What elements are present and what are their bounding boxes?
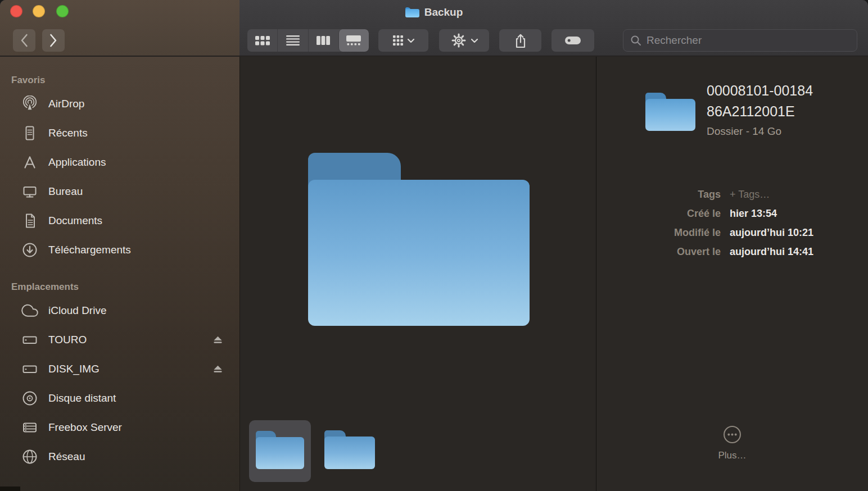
gallery-view-icon (346, 35, 361, 46)
chevron-left-icon (20, 34, 28, 47)
sidebar-item-label: Disque distant (48, 392, 116, 404)
sidebar-item-label: Freebox Server (48, 421, 122, 434)
window-title-area: Backup (0, 0, 868, 25)
chevron-down-icon (471, 39, 478, 43)
sidebar-item-recents[interactable]: Récents (0, 119, 239, 148)
column-view-button[interactable] (308, 29, 338, 52)
eject-button[interactable] (213, 336, 223, 344)
sidebar-item-applications[interactable]: Applications (0, 148, 239, 177)
more-button[interactable]: Plus… (596, 425, 868, 461)
sidebar-scroll-sliver (0, 487, 20, 491)
search-field[interactable] (623, 29, 857, 52)
sidebar-item-label: Bureau (48, 185, 83, 198)
sidebar-divider (239, 57, 240, 491)
drive-icon (21, 361, 38, 378)
tags-label: Tags (596, 189, 721, 201)
sidebar-section-favorites: Favoris (11, 71, 239, 89)
sidebar-item-label: Récents (48, 127, 88, 139)
tags-button[interactable] (551, 29, 594, 52)
sidebar-item-documents[interactable]: Documents (0, 206, 239, 235)
more-label: Plus… (718, 450, 746, 461)
window-chrome: Backup (0, 0, 868, 56)
window-title: Backup (424, 6, 463, 19)
finder-window: Backup (0, 0, 868, 491)
sidebar-item-desktop[interactable]: Bureau (0, 177, 239, 206)
share-button[interactable] (499, 29, 541, 52)
list-view-button[interactable] (277, 29, 308, 52)
created-label: Créé le (596, 208, 721, 220)
gallery-thumbnail folder-icon[interactable] (324, 430, 375, 469)
chevron-right-icon (49, 34, 57, 47)
created-row: Créé le hier 13:54 (596, 204, 868, 223)
share-icon (513, 33, 528, 48)
sidebar-item-icloud-drive[interactable]: iCloud Drive (0, 296, 239, 325)
back-button[interactable] (13, 29, 35, 52)
desktop-icon (21, 183, 38, 200)
add-tags-link[interactable]: + Tags… (730, 189, 770, 201)
sidebar-item-downloads[interactable]: Téléchargements (0, 235, 239, 265)
forward-button[interactable] (42, 29, 65, 52)
gallery-view-button[interactable] (338, 29, 369, 52)
column-view-icon (317, 36, 330, 45)
network-icon (21, 448, 38, 465)
file-name-line1: 00008101-00184 (707, 80, 864, 101)
opened-label: Ouvert le (596, 246, 721, 258)
created-value: hier 13:54 (730, 208, 777, 220)
icon-view-button[interactable] (247, 29, 277, 52)
sidebar: Favoris AirDrop Récents (0, 57, 239, 491)
sidebar-item-label: TOURO (48, 334, 87, 346)
sidebar-item-label: Applications (48, 156, 106, 169)
eject-button[interactable] (213, 365, 223, 373)
tags-row: Tags + Tags… (596, 185, 868, 204)
file-name-line2: 86A2112001E (707, 101, 864, 122)
tag-icon (564, 36, 581, 45)
gallery-thumbnail-selected[interactable] (249, 420, 311, 482)
gallery-view (240, 57, 596, 491)
remote-disc-icon (21, 390, 38, 407)
sidebar-item-label: Téléchargements (48, 244, 131, 256)
gear-icon (451, 33, 467, 48)
metadata-fields: Tags + Tags… Créé le hier 13:54 Modifié … (596, 185, 868, 261)
sidebar-item-airdrop[interactable]: AirDrop (0, 89, 239, 119)
downloads-icon (21, 242, 38, 258)
documents-icon (21, 212, 38, 229)
sidebar-item-label: Réseau (48, 451, 85, 463)
preview-folder-icon folder-icon (645, 93, 695, 131)
sidebar-item-label: iCloud Drive (48, 304, 106, 317)
recents-icon (21, 125, 38, 142)
modified-label: Modifié le (596, 227, 721, 239)
sidebar-item-label: AirDrop (48, 98, 84, 110)
group-by-button[interactable] (378, 29, 428, 52)
chevron-down-icon (408, 39, 414, 43)
action-menu-button[interactable] (439, 29, 489, 52)
sidebar-item-touro[interactable]: TOURO (0, 325, 239, 354)
sidebar-item-network[interactable]: Réseau (0, 442, 239, 471)
gallery-preview-folder folder-icon (308, 153, 530, 326)
sidebar-item-disk-img[interactable]: DISK_IMG (0, 354, 239, 384)
drive-icon (21, 331, 38, 348)
ellipsis-circle-icon (723, 425, 742, 444)
preview-divider (596, 57, 596, 491)
folder-icon (256, 431, 304, 469)
sidebar-item-label: DISK_IMG (48, 363, 100, 375)
applications-icon (21, 154, 38, 171)
sidebar-item-freebox-server[interactable]: Freebox Server (0, 413, 239, 442)
file-name: 00008101-00184 86A2112001E Dossier - 14 … (707, 80, 864, 138)
preview-panel: 00008101-00184 86A2112001E Dossier - 14 … (596, 57, 868, 491)
opened-row: Ouvert le aujourd’hui 14:41 (596, 242, 868, 261)
sidebar-item-remote-disc[interactable]: Disque distant (0, 384, 239, 413)
modified-value: aujourd’hui 10:21 (730, 227, 813, 239)
list-view-icon (286, 35, 300, 46)
sidebar-section-locations: Emplacements (11, 278, 239, 296)
server-icon (21, 419, 38, 436)
file-kind-size: Dossier - 14 Go (707, 125, 864, 138)
icloud-icon (21, 302, 38, 319)
icon-view-icon (255, 36, 270, 46)
group-grid-icon (393, 35, 403, 46)
folder-icon (405, 7, 419, 17)
sidebar-item-label: Documents (48, 215, 102, 227)
view-mode-segmented-control (247, 29, 369, 52)
airdrop-icon (21, 96, 38, 112)
search-input[interactable] (647, 34, 850, 47)
search-icon (630, 35, 641, 46)
